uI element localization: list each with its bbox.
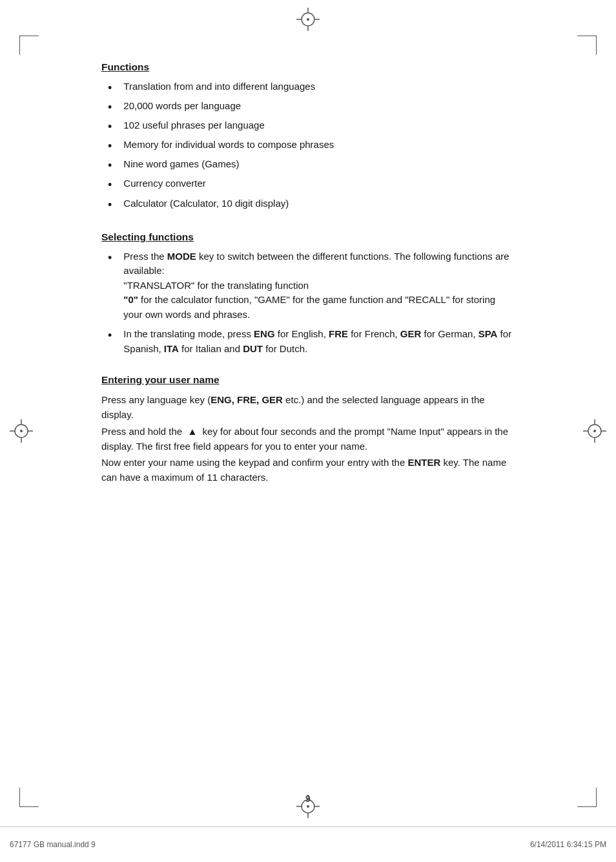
footer-right-text: 6/14/2011 6:34:15 PM [530,840,606,849]
entering-paragraph-3: Now enter your name using the keypad and… [101,455,515,485]
crosshair-mid-right-icon [583,419,606,443]
list-item: • Memory for individual words to compose… [101,138,515,154]
list-item-text: Currency converter [123,176,515,191]
svg-point-23 [307,805,309,808]
list-item: • 102 useful phrases per language [101,118,515,135]
list-item-text: 20,000 words per language [123,99,515,114]
svg-point-11 [20,430,23,432]
entering-user-name-section: Entering your user name Press any langua… [101,374,515,485]
list-item-text: Calculator (Calculator, 10 digit display… [123,196,515,211]
svg-point-5 [307,18,309,21]
entering-user-name-heading: Entering your user name [101,374,515,386]
functions-heading: Functions [101,61,515,73]
list-item: • Nine word games (Games) [101,157,515,174]
list-item: • Translation from and into different la… [101,79,515,96]
list-item: • In the translating mode, press ENG for… [101,327,515,356]
list-item: • Currency converter [101,176,515,193]
bullet-icon: • [108,138,112,154]
list-item-text: Nine word games (Games) [123,157,515,172]
entering-paragraph-2: Press and hold the ▲ key for about four … [101,424,515,454]
list-item-text: Translation from and into different lang… [123,79,515,94]
svg-point-17 [593,430,596,432]
list-item-text: 102 useful phrases per language [123,118,515,133]
crosshair-top-center-icon [296,8,320,31]
selecting-functions-heading: Selecting functions [101,231,515,243]
selecting-functions-section: Selecting functions • Press the MODE key… [101,231,515,357]
main-content: Functions • Translation from and into di… [17,0,599,568]
functions-section: Functions • Translation from and into di… [101,61,515,213]
list-item-text: Press the MODE key to switch between the… [123,249,515,322]
bullet-icon: • [108,79,112,96]
corner-mark-top-right [577,36,597,55]
bullet-icon: • [108,157,112,174]
corner-mark-top-left [19,36,39,55]
bullet-icon: • [108,327,112,344]
list-item: • Press the MODE key to switch between t… [101,249,515,322]
list-item-text: In the translating mode, press ENG for E… [123,327,515,356]
bullet-icon: • [108,118,112,135]
page-container: Functions • Translation from and into di… [0,0,616,862]
entering-paragraph-1: Press any language key (ENG, FRE, GER et… [101,392,515,423]
list-item: • 20,000 words per language [101,99,515,116]
bullet-icon: • [108,99,112,116]
bullet-icon: • [108,196,112,213]
footer-bar: 67177 GB manual.indd 9 6/14/2011 6:34:15… [0,826,616,862]
functions-list: • Translation from and into different la… [101,79,515,213]
list-item: • Calculator (Calculator, 10 digit displ… [101,196,515,213]
crosshair-mid-left-icon [10,419,33,443]
selecting-functions-list: • Press the MODE key to switch between t… [101,249,515,357]
footer-left-text: 67177 GB manual.indd 9 [10,840,96,849]
page-number: 9 [0,794,616,804]
list-item-text: Memory for individual words to compose p… [123,138,515,152]
bullet-icon: • [108,249,112,266]
bullet-icon: • [108,176,112,193]
